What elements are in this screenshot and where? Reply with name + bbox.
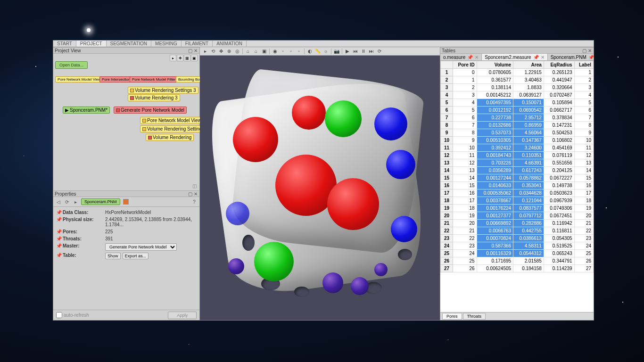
prev-icon[interactable]: ⏮ [352,48,359,55]
table-row[interactable]: 12110.001847430.1103510.07611912 [441,152,594,159]
interact-icon[interactable]: ▸ [201,48,209,55]
pin-icon[interactable]: 📌 [533,55,539,60]
pin-icon[interactable]: 📌 [56,243,63,251]
table-row[interactable]: 980.5370734.560640.5042539 [441,129,594,137]
node-sponceram-pnm[interactable]: ▶Sponceram.PNM* [63,107,110,114]
table-row[interactable]: 870.01326860.869590.1472318 [441,122,594,129]
pin-icon[interactable]: 📌 [56,210,63,215]
xy-icon[interactable]: ▫ [279,48,287,55]
table-row[interactable]: 17160.0005350620.03446280.050362317 [441,189,594,197]
loop-icon[interactable]: ⟳ [376,48,383,55]
translate-icon[interactable]: ✥ [217,48,225,55]
node-vol-render-settings[interactable]: Volume Rendering Settings [140,125,206,132]
layout-icon[interactable]: ▦ [184,55,190,61]
node-pore-intersection[interactable]: Pore Intersection [99,76,132,82]
refresh-icon[interactable]: ⟳ [64,199,70,205]
show-button[interactable]: Show [105,253,121,259]
light-icon[interactable]: ☼ [322,48,330,55]
rotate-icon[interactable]: ⟲ [209,48,217,55]
node-vol-render[interactable]: Volume Rendering [146,134,194,141]
autorefresh-checkbox[interactable]: auto-refresh [56,312,89,318]
node-pnm-filter[interactable]: Pore Network Model Filter [130,76,178,82]
zoom-icon[interactable]: ⊕ [225,48,233,55]
close-icon[interactable]: ✕ [475,55,479,60]
undock-icon[interactable]: ▢ [188,191,192,196]
next-icon[interactable]: ⏭ [368,48,375,55]
close-icon[interactable]: ✕ [541,55,545,60]
pin-icon[interactable]: 📌 [56,217,63,227]
table-row[interactable]: 14130.03562890.6172430.20412514 [441,167,594,174]
object-chip[interactable]: Sponceram.PNM [81,198,120,205]
table-row[interactable]: 540.004973950.1500710.1058945 [441,99,594,107]
back-icon[interactable]: ◁ [56,199,61,205]
stereo-icon[interactable]: ◐ [306,48,314,55]
3d-viewport[interactable] [200,56,440,320]
tab-project[interactable]: PROJECT [76,41,107,47]
table-row[interactable]: 26250.1716952.015850.34479126 [441,257,594,265]
col-area[interactable]: Area [513,61,544,69]
undock-icon[interactable]: ▢ [188,48,192,53]
table-row[interactable]: 1090.005103050.1473670.10680210 [441,137,594,144]
pin-icon[interactable]: 📌 [56,253,63,259]
seek-icon[interactable]: ◎ [233,48,241,55]
tab-start[interactable]: START [53,41,76,47]
table-row[interactable]: 650.00121920.06905420.06627176 [441,107,594,114]
play-icon[interactable]: ▸ [73,199,78,205]
pause-icon[interactable]: ⏸ [360,48,367,55]
pointer-icon[interactable]: ▸ [170,55,176,61]
table-row[interactable]: 19180.001762240.08375770.074930619 [441,205,594,212]
table-row[interactable]: 100.07806051.229150.2651231 [441,69,594,76]
close-icon[interactable]: ✕ [193,48,198,53]
tab-meshing[interactable]: MESHING [151,41,182,47]
fit-icon[interactable]: ▣ [191,55,198,61]
table-tab-1[interactable]: Sponceram2.measure📌✕ [482,54,547,60]
collapse-icon[interactable]: ◫ [192,183,197,189]
table-tab-0[interactable]: o.measure📌✕ [440,54,482,60]
tab-animation[interactable]: ANIMATION [213,41,247,47]
set-home-icon[interactable]: ⌂ [252,48,260,55]
master-select[interactable]: Generate Pore Network Model [105,243,177,251]
tab-segmentation[interactable]: SEGMENTATION [107,41,152,47]
table-row[interactable]: 27260.006245050.1841580.11423927 [441,265,594,272]
col-poreid[interactable]: Pore ID [453,61,477,69]
col-volume[interactable]: Volume [477,61,513,69]
table-row[interactable]: 23220.000708240.03866130.05430523 [441,235,594,242]
table-row[interactable]: 21200.006698920.2828860.11694221 [441,220,594,227]
table-row[interactable]: 13120.7032264.663910.55165613 [441,159,594,167]
table-row[interactable]: 320.1381141.88330.3206643 [441,84,594,91]
table-row[interactable]: 24230.5873664.583110.51952524 [441,242,594,250]
undock-icon[interactable]: ▢ [582,48,586,53]
node-pnm-view[interactable]: Pore Network Model View [55,76,103,82]
node-generate-pnm[interactable]: Generate Pore Network Model [114,107,187,114]
home-icon[interactable]: ⌂ [244,48,252,55]
export-button[interactable]: Export as... [123,253,149,259]
col-eqradius[interactable]: EqRadius [544,61,574,69]
xz-icon[interactable]: ▫ [287,48,295,55]
table-row[interactable]: 25240.001163290.05443120.06524325 [441,250,594,257]
col-label[interactable]: Label [574,61,593,69]
perspective-icon[interactable]: ◉ [271,48,279,55]
table-row[interactable]: 16150.01406330.3530410.14973816 [441,182,594,189]
footer-tab-pores[interactable]: Pores [442,313,462,320]
table-row[interactable]: 22210.00667630.4427550.11681122 [441,227,594,235]
table-row[interactable]: 11100.3924123.246000.45416911 [441,144,594,152]
table-row[interactable]: 20190.001273770.07977120.067245120 [441,212,594,220]
pin-icon[interactable]: 📌 [56,229,63,234]
record-icon[interactable]: ▶ [344,48,351,55]
snapshot-icon[interactable]: 📷 [333,48,340,55]
pan-icon[interactable]: ✥ [177,55,183,61]
apply-button[interactable]: Apply [168,312,197,319]
pin-icon[interactable]: 📌 [467,55,473,60]
node-pnm-view-2[interactable]: Pore Network Model View [140,117,204,124]
table-tab-2[interactable]: Sponceram.PNM📌✕ [548,54,594,60]
close-icon[interactable]: ✕ [587,48,592,53]
table-row[interactable]: 15140.001272440.05788620.067222715 [441,174,594,182]
project-view-canvas[interactable]: ▸ ✥ ▦ ▣ Open Data... Pore Network Model … [53,54,199,190]
footer-tab-throats[interactable]: Throats [463,313,486,320]
table-row[interactable]: 430.001452120.06391270.07024874 [441,91,594,99]
pin-icon[interactable]: 📌 [588,55,594,60]
pin-icon[interactable]: 📌 [56,236,63,241]
table-row[interactable]: 760.2277382.957120.3788347 [441,114,594,122]
open-data-button[interactable]: Open Data... [55,61,88,69]
table-row[interactable]: 210.3615773.404630.4419472 [441,76,594,84]
